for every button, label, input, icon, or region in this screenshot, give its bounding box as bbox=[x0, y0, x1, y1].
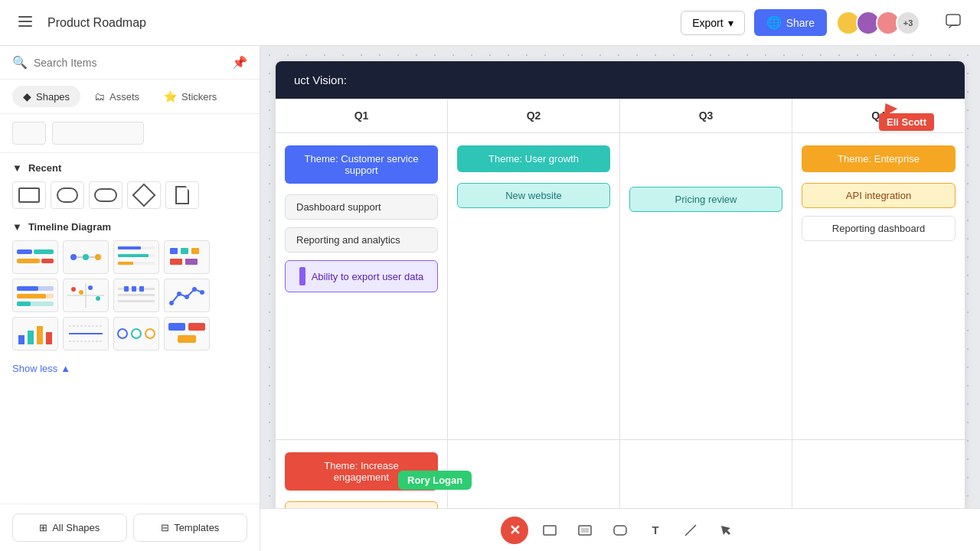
diagram-7[interactable] bbox=[113, 279, 159, 312]
svg-point-10 bbox=[95, 254, 101, 260]
timeline-diagrams bbox=[12, 240, 247, 350]
diagram-3[interactable] bbox=[113, 240, 159, 274]
diagram-4[interactable] bbox=[164, 240, 210, 274]
svg-rect-58 bbox=[188, 323, 205, 331]
templates-button[interactable]: ⊟ Templates bbox=[133, 514, 248, 542]
pin-button[interactable]: 📌 bbox=[232, 55, 247, 70]
diagram-6[interactable] bbox=[63, 279, 109, 312]
svg-rect-39 bbox=[124, 286, 129, 292]
item-pricing-review[interactable]: Pricing review bbox=[629, 187, 782, 212]
svg-point-46 bbox=[200, 290, 204, 295]
svg-rect-62 bbox=[581, 528, 589, 533]
q4-col: Theme: Enterprise API integration Report… bbox=[792, 133, 965, 439]
svg-rect-16 bbox=[118, 254, 149, 257]
recent-section[interactable]: ▼ Recent bbox=[12, 162, 247, 174]
recent-shapes bbox=[12, 181, 247, 209]
canvas-toolbar: ✕ T bbox=[260, 508, 980, 551]
all-shapes-button[interactable]: ⊞ All Shapes bbox=[12, 514, 127, 542]
item-reporting-dashboard[interactable]: Reporting dashboard bbox=[802, 216, 956, 241]
shape-document[interactable] bbox=[165, 181, 199, 209]
comment-button[interactable] bbox=[939, 7, 968, 38]
svg-rect-59 bbox=[178, 335, 196, 343]
search-input[interactable] bbox=[34, 57, 226, 69]
menu-button[interactable] bbox=[12, 10, 38, 35]
close-tool-button[interactable]: ✕ bbox=[501, 517, 528, 544]
svg-rect-25 bbox=[17, 286, 38, 291]
shape-category-1[interactable] bbox=[12, 122, 46, 145]
diagram-2[interactable] bbox=[63, 240, 109, 274]
tab-assets[interactable]: 🗂 Assets bbox=[83, 86, 150, 107]
svg-point-32 bbox=[71, 287, 76, 292]
svg-rect-23 bbox=[185, 259, 198, 265]
svg-point-35 bbox=[96, 296, 100, 301]
export-button[interactable]: Export ▾ bbox=[681, 11, 744, 35]
svg-point-43 bbox=[177, 292, 181, 296]
diagram-5[interactable] bbox=[12, 279, 58, 312]
canvas-area[interactable]: uct Vision: Q1 Q2 Q3 Q4 Theme: Customer … bbox=[260, 46, 980, 551]
timeline-section[interactable]: ▼ Timeline Diagram bbox=[12, 221, 247, 233]
svg-rect-40 bbox=[132, 286, 136, 292]
svg-rect-49 bbox=[37, 326, 43, 344]
rectangle-tool[interactable] bbox=[536, 517, 564, 544]
text-tool[interactable]: T bbox=[642, 517, 669, 544]
diagram-8[interactable] bbox=[164, 279, 210, 312]
show-less-button[interactable]: Show less ▲ bbox=[12, 363, 247, 374]
shape-category-2[interactable] bbox=[52, 122, 144, 145]
item-reporting-analytics[interactable]: Reporting and analytics bbox=[285, 227, 438, 253]
svg-rect-4 bbox=[17, 249, 32, 254]
shape-rectangle[interactable] bbox=[12, 181, 46, 209]
chevron-down-icon: ▾ bbox=[728, 17, 733, 29]
svg-rect-7 bbox=[41, 259, 54, 263]
diagram-9[interactable] bbox=[12, 317, 58, 350]
svg-rect-18 bbox=[118, 262, 133, 265]
svg-line-64 bbox=[685, 525, 696, 536]
panel-footer: ⊞ All Shapes ⊟ Templates bbox=[0, 504, 260, 551]
quarter-q3: Q3 bbox=[620, 99, 792, 132]
svg-rect-60 bbox=[544, 526, 556, 535]
svg-rect-27 bbox=[17, 294, 46, 298]
item-new-website[interactable]: New website bbox=[457, 183, 610, 208]
template-icon: ⊟ bbox=[161, 522, 169, 533]
svg-point-54 bbox=[118, 329, 127, 338]
shape-tool-2[interactable] bbox=[571, 517, 599, 544]
search-bar: 🔍 📌 bbox=[0, 46, 260, 80]
svg-rect-3 bbox=[946, 15, 960, 25]
svg-point-55 bbox=[132, 329, 141, 338]
shape-pill[interactable] bbox=[89, 181, 122, 209]
svg-rect-41 bbox=[139, 286, 144, 292]
theme-q4: Theme: Enterprise bbox=[802, 145, 956, 172]
page-title: Product Roadmap bbox=[47, 16, 146, 30]
diagram-12[interactable] bbox=[164, 317, 210, 350]
svg-rect-5 bbox=[34, 249, 54, 254]
left-panel: 🔍 📌 ◆ Shapes 🗂 Assets ⭐ Stickers bbox=[0, 46, 260, 551]
diagram-1[interactable] bbox=[12, 240, 58, 274]
quarter-headers: Q1 Q2 Q3 Q4 bbox=[276, 99, 965, 133]
svg-rect-48 bbox=[28, 331, 34, 344]
diagram-10[interactable] bbox=[63, 317, 109, 350]
theme-q2: Theme: User growth bbox=[457, 145, 610, 172]
shape-rounded-rect[interactable] bbox=[51, 181, 84, 209]
roadmap-board: uct Vision: Q1 Q2 Q3 Q4 Theme: Customer … bbox=[276, 61, 965, 551]
main-layout: 🔍 📌 ◆ Shapes 🗂 Assets ⭐ Stickers bbox=[0, 46, 980, 551]
svg-point-56 bbox=[145, 329, 155, 338]
q2-col: Theme: User growth New website bbox=[448, 133, 620, 439]
shape-diamond[interactable] bbox=[127, 181, 161, 209]
item-export-data[interactable]: Ability to export user data bbox=[285, 260, 438, 292]
tab-stickers[interactable]: ⭐ Stickers bbox=[153, 86, 227, 107]
select-tool[interactable] bbox=[712, 517, 740, 544]
stickers-icon: ⭐ bbox=[164, 90, 177, 103]
share-button[interactable]: 🌐 Share bbox=[754, 9, 827, 36]
item-api-integration[interactable]: API integration bbox=[802, 183, 956, 208]
rounded-tool[interactable] bbox=[606, 517, 634, 544]
theme-q1: Theme: Customer service support bbox=[285, 145, 438, 184]
tab-shapes[interactable]: ◆ Shapes bbox=[12, 86, 80, 107]
diagram-11[interactable] bbox=[113, 317, 159, 350]
item-dashboard-support[interactable]: Dashboard support bbox=[285, 194, 438, 220]
quarter-q1: Q1 bbox=[276, 99, 448, 132]
svg-rect-21 bbox=[191, 248, 199, 254]
line-tool[interactable] bbox=[677, 517, 704, 544]
svg-point-44 bbox=[185, 295, 189, 299]
chevron-up-icon: ▲ bbox=[60, 363, 70, 374]
svg-point-8 bbox=[70, 254, 77, 260]
shapes-icon: ◆ bbox=[23, 90, 31, 103]
